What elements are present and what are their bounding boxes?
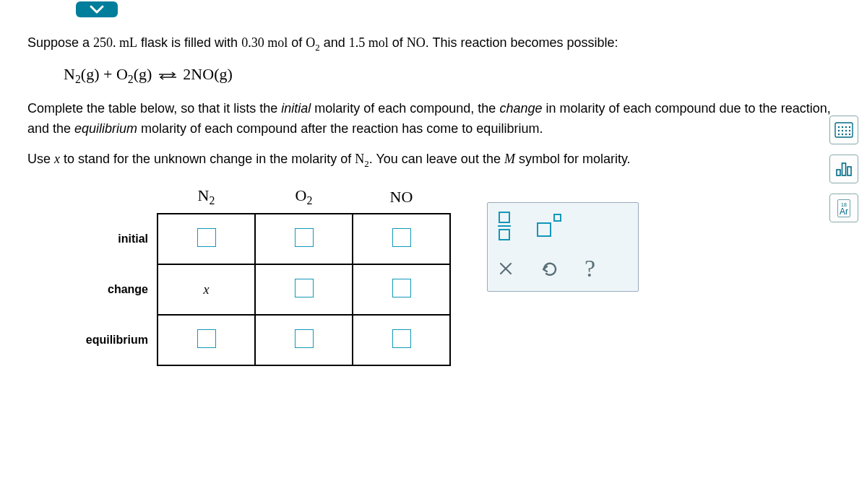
- svg-point-6: [842, 126, 843, 128]
- svg-point-14: [842, 134, 843, 135]
- svg-point-15: [845, 134, 847, 135]
- cell-change-n2[interactable]: x: [204, 282, 210, 297]
- svg-point-12: [849, 130, 850, 131]
- input-eq-no[interactable]: [392, 329, 411, 348]
- svg-point-7: [845, 126, 847, 128]
- input-change-o2[interactable]: [295, 279, 314, 297]
- fraction-denominator-icon: [499, 229, 510, 240]
- input-initial-no[interactable]: [392, 228, 411, 247]
- fraction-bar-icon: [498, 225, 511, 227]
- svg-point-11: [845, 130, 847, 131]
- calculator-button[interactable]: [829, 116, 858, 144]
- fraction-numerator-icon: [499, 212, 510, 223]
- argon-icon: 18 Ar: [837, 199, 850, 217]
- row-header-change: change: [42, 264, 158, 315]
- undo-button[interactable]: [540, 259, 558, 278]
- col-header-n2: N2: [158, 181, 255, 214]
- help-button[interactable]: ?: [585, 255, 595, 282]
- col-header-o2: O2: [255, 181, 353, 214]
- svg-point-10: [842, 130, 843, 131]
- input-initial-o2[interactable]: [295, 228, 314, 247]
- reaction-equation: N2(g) + O2(g) 2NO(g): [64, 65, 853, 86]
- calculator-icon: [834, 122, 853, 138]
- svg-point-8: [849, 126, 850, 128]
- svg-rect-17: [837, 170, 840, 175]
- ice-table: N2 O2 NO initial change x equilibrium: [42, 181, 451, 366]
- input-change-no[interactable]: [392, 279, 411, 297]
- svg-point-5: [838, 126, 840, 128]
- clear-button[interactable]: [498, 261, 514, 277]
- svg-rect-18: [842, 163, 846, 175]
- problem-intro: Suppose a 250. mL flask is filled with 0…: [27, 33, 853, 55]
- svg-rect-19: [847, 167, 851, 175]
- row-header-initial: initial: [42, 214, 158, 264]
- exponent-sup-icon: [553, 214, 561, 222]
- svg-point-16: [849, 134, 850, 135]
- input-eq-o2[interactable]: [295, 329, 314, 348]
- instructions-2: Use x to stand for the unknown change in…: [27, 149, 853, 171]
- exponent-button[interactable]: [537, 215, 561, 237]
- input-eq-n2[interactable]: [197, 329, 216, 348]
- svg-point-9: [838, 130, 840, 131]
- col-header-no: NO: [353, 181, 450, 214]
- input-initial-n2[interactable]: [197, 228, 216, 247]
- collapse-toggle[interactable]: [76, 1, 118, 17]
- exponent-base-icon: [537, 222, 551, 237]
- row-header-equilibrium: equilibrium: [42, 315, 158, 365]
- instructions-1: Complete the table below, so that it lis…: [27, 99, 853, 139]
- math-keypad: ?: [487, 202, 639, 292]
- periodic-table-button[interactable]: 18 Ar: [829, 194, 858, 222]
- chart-button[interactable]: [829, 155, 858, 183]
- svg-point-13: [838, 134, 840, 135]
- bar-chart-icon: [834, 161, 853, 177]
- fraction-button[interactable]: [498, 212, 511, 240]
